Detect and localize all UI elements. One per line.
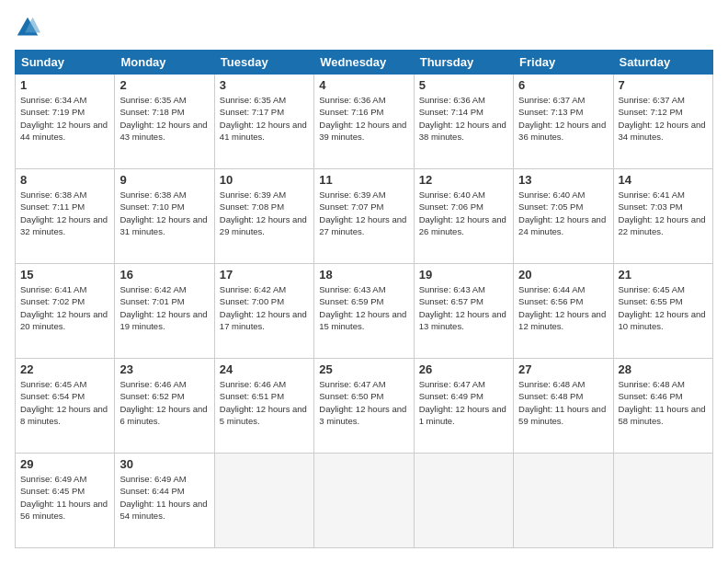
day-number: 7 xyxy=(619,78,708,92)
calendar-day: 20Sunrise: 6:44 AM Sunset: 6:56 PM Dayli… xyxy=(514,264,613,359)
page: SundayMondayTuesdayWednesdayThursdayFrid… xyxy=(0,0,728,563)
calendar-day: 15Sunrise: 6:41 AM Sunset: 7:02 PM Dayli… xyxy=(16,264,115,359)
calendar-day: 24Sunrise: 6:46 AM Sunset: 6:51 PM Dayli… xyxy=(214,359,313,454)
calendar-day: 21Sunrise: 6:45 AM Sunset: 6:55 PM Dayli… xyxy=(613,264,712,359)
day-number: 5 xyxy=(419,78,508,92)
day-number: 6 xyxy=(518,78,608,92)
day-number: 10 xyxy=(220,173,309,187)
calendar-day: 28Sunrise: 6:48 AM Sunset: 6:46 PM Dayli… xyxy=(613,359,712,454)
day-number: 26 xyxy=(419,362,508,376)
day-number: 14 xyxy=(619,173,708,187)
day-detail: Sunrise: 6:39 AM Sunset: 7:07 PM Dayligh… xyxy=(319,189,408,237)
calendar-day xyxy=(514,454,613,548)
day-number: 1 xyxy=(20,78,109,92)
day-number: 19 xyxy=(419,268,508,282)
day-number: 9 xyxy=(119,173,209,187)
calendar-day: 6Sunrise: 6:37 AM Sunset: 7:13 PM Daylig… xyxy=(514,75,613,169)
calendar-day: 2Sunrise: 6:35 AM Sunset: 7:18 PM Daylig… xyxy=(115,75,214,169)
calendar-day: 5Sunrise: 6:36 AM Sunset: 7:14 PM Daylig… xyxy=(414,75,513,169)
day-detail: Sunrise: 6:39 AM Sunset: 7:08 PM Dayligh… xyxy=(220,189,309,237)
day-detail: Sunrise: 6:37 AM Sunset: 7:13 PM Dayligh… xyxy=(518,94,608,143)
day-detail: Sunrise: 6:41 AM Sunset: 7:03 PM Dayligh… xyxy=(619,189,708,237)
day-number: 24 xyxy=(220,362,309,376)
day-detail: Sunrise: 6:36 AM Sunset: 7:14 PM Dayligh… xyxy=(419,94,508,143)
day-number: 12 xyxy=(419,173,508,187)
calendar-day: 27Sunrise: 6:48 AM Sunset: 6:48 PM Dayli… xyxy=(514,359,613,454)
calendar-day: 17Sunrise: 6:42 AM Sunset: 7:00 PM Dayli… xyxy=(214,264,313,359)
calendar-week: 8Sunrise: 6:38 AM Sunset: 7:11 PM Daylig… xyxy=(16,169,713,264)
calendar-day: 13Sunrise: 6:40 AM Sunset: 7:05 PM Dayli… xyxy=(514,169,613,264)
day-number: 17 xyxy=(220,268,309,282)
weekday-header: SundayMondayTuesdayWednesdayThursdayFrid… xyxy=(16,51,713,75)
calendar-day: 10Sunrise: 6:39 AM Sunset: 7:08 PM Dayli… xyxy=(214,169,313,264)
day-number: 29 xyxy=(20,457,109,471)
header xyxy=(15,15,713,40)
logo xyxy=(15,15,44,40)
calendar-week: 1Sunrise: 6:34 AM Sunset: 7:19 PM Daylig… xyxy=(16,75,713,169)
day-detail: Sunrise: 6:38 AM Sunset: 7:10 PM Dayligh… xyxy=(119,189,209,237)
day-number: 23 xyxy=(119,362,209,376)
day-detail: Sunrise: 6:47 AM Sunset: 6:50 PM Dayligh… xyxy=(319,378,408,427)
calendar-day: 7Sunrise: 6:37 AM Sunset: 7:12 PM Daylig… xyxy=(613,75,712,169)
day-detail: Sunrise: 6:46 AM Sunset: 6:52 PM Dayligh… xyxy=(119,378,209,427)
day-detail: Sunrise: 6:36 AM Sunset: 7:16 PM Dayligh… xyxy=(319,94,408,143)
day-detail: Sunrise: 6:45 AM Sunset: 6:55 PM Dayligh… xyxy=(619,283,708,332)
calendar-day xyxy=(214,454,313,548)
calendar-day: 23Sunrise: 6:46 AM Sunset: 6:52 PM Dayli… xyxy=(115,359,214,454)
calendar-day: 30Sunrise: 6:49 AM Sunset: 6:44 PM Dayli… xyxy=(115,454,214,548)
calendar-body: 1Sunrise: 6:34 AM Sunset: 7:19 PM Daylig… xyxy=(16,75,713,548)
calendar-week: 29Sunrise: 6:49 AM Sunset: 6:45 PM Dayli… xyxy=(16,454,713,548)
calendar-day: 19Sunrise: 6:43 AM Sunset: 6:57 PM Dayli… xyxy=(414,264,513,359)
day-number: 20 xyxy=(518,268,608,282)
logo-icon xyxy=(15,15,40,40)
calendar-day: 18Sunrise: 6:43 AM Sunset: 6:59 PM Dayli… xyxy=(314,264,414,359)
calendar-day: 12Sunrise: 6:40 AM Sunset: 7:06 PM Dayli… xyxy=(414,169,513,264)
day-detail: Sunrise: 6:43 AM Sunset: 6:57 PM Dayligh… xyxy=(419,283,508,332)
calendar-day: 29Sunrise: 6:49 AM Sunset: 6:45 PM Dayli… xyxy=(16,454,115,548)
day-detail: Sunrise: 6:34 AM Sunset: 7:19 PM Dayligh… xyxy=(20,94,109,143)
calendar-day xyxy=(414,454,513,548)
day-detail: Sunrise: 6:42 AM Sunset: 7:01 PM Dayligh… xyxy=(119,283,209,332)
day-detail: Sunrise: 6:37 AM Sunset: 7:12 PM Dayligh… xyxy=(619,94,708,143)
day-detail: Sunrise: 6:40 AM Sunset: 7:05 PM Dayligh… xyxy=(518,189,608,237)
day-detail: Sunrise: 6:49 AM Sunset: 6:44 PM Dayligh… xyxy=(119,473,209,522)
day-detail: Sunrise: 6:40 AM Sunset: 7:06 PM Dayligh… xyxy=(419,189,508,237)
day-detail: Sunrise: 6:49 AM Sunset: 6:45 PM Dayligh… xyxy=(20,473,109,522)
day-detail: Sunrise: 6:35 AM Sunset: 7:17 PM Dayligh… xyxy=(220,94,309,143)
calendar-day: 1Sunrise: 6:34 AM Sunset: 7:19 PM Daylig… xyxy=(16,75,115,169)
day-detail: Sunrise: 6:35 AM Sunset: 7:18 PM Dayligh… xyxy=(119,94,209,143)
weekday-header-cell: Tuesday xyxy=(214,51,313,75)
calendar-day: 4Sunrise: 6:36 AM Sunset: 7:16 PM Daylig… xyxy=(314,75,414,169)
calendar: SundayMondayTuesdayWednesdayThursdayFrid… xyxy=(15,50,713,548)
calendar-day: 9Sunrise: 6:38 AM Sunset: 7:10 PM Daylig… xyxy=(115,169,214,264)
day-number: 16 xyxy=(119,268,209,282)
day-number: 2 xyxy=(119,78,209,92)
calendar-day: 8Sunrise: 6:38 AM Sunset: 7:11 PM Daylig… xyxy=(16,169,115,264)
day-number: 28 xyxy=(619,362,708,376)
day-detail: Sunrise: 6:48 AM Sunset: 6:46 PM Dayligh… xyxy=(619,378,708,427)
day-number: 21 xyxy=(619,268,708,282)
weekday-header-cell: Friday xyxy=(514,51,613,75)
day-number: 4 xyxy=(319,78,408,92)
day-detail: Sunrise: 6:43 AM Sunset: 6:59 PM Dayligh… xyxy=(319,283,408,332)
weekday-header-cell: Wednesday xyxy=(314,51,414,75)
day-number: 25 xyxy=(319,362,408,376)
day-detail: Sunrise: 6:44 AM Sunset: 6:56 PM Dayligh… xyxy=(518,283,608,332)
day-number: 13 xyxy=(518,173,608,187)
day-detail: Sunrise: 6:45 AM Sunset: 6:54 PM Dayligh… xyxy=(20,378,109,427)
day-detail: Sunrise: 6:46 AM Sunset: 6:51 PM Dayligh… xyxy=(220,378,309,427)
day-detail: Sunrise: 6:47 AM Sunset: 6:49 PM Dayligh… xyxy=(419,378,508,427)
day-number: 30 xyxy=(119,457,209,471)
calendar-week: 22Sunrise: 6:45 AM Sunset: 6:54 PM Dayli… xyxy=(16,359,713,454)
day-number: 27 xyxy=(518,362,608,376)
calendar-day: 11Sunrise: 6:39 AM Sunset: 7:07 PM Dayli… xyxy=(314,169,414,264)
day-detail: Sunrise: 6:42 AM Sunset: 7:00 PM Dayligh… xyxy=(220,283,309,332)
calendar-day: 14Sunrise: 6:41 AM Sunset: 7:03 PM Dayli… xyxy=(613,169,712,264)
day-detail: Sunrise: 6:41 AM Sunset: 7:02 PM Dayligh… xyxy=(20,283,109,332)
calendar-day: 25Sunrise: 6:47 AM Sunset: 6:50 PM Dayli… xyxy=(314,359,414,454)
day-detail: Sunrise: 6:38 AM Sunset: 7:11 PM Dayligh… xyxy=(20,189,109,237)
day-number: 3 xyxy=(220,78,309,92)
calendar-day: 26Sunrise: 6:47 AM Sunset: 6:49 PM Dayli… xyxy=(414,359,513,454)
weekday-header-cell: Thursday xyxy=(414,51,513,75)
calendar-week: 15Sunrise: 6:41 AM Sunset: 7:02 PM Dayli… xyxy=(16,264,713,359)
